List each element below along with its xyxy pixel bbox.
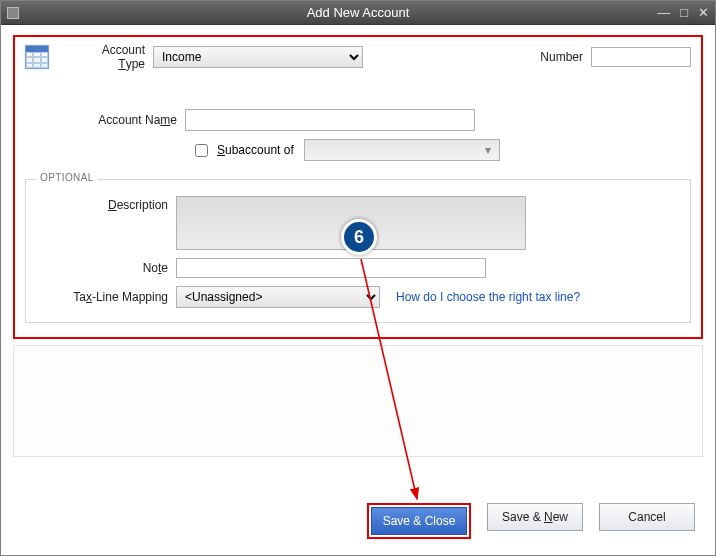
optional-group-label: OPTIONAL [36,172,98,183]
titlebar: Add New Account — □ ✕ [1,1,715,25]
number-input[interactable] [591,47,691,67]
taxline-label: Tax-Line Mapping [36,290,176,304]
subaccount-label: Subaccount of [217,143,294,157]
lower-panel [13,345,703,457]
annotation-highlight-main: Account Type Income Number Account Name … [13,35,703,339]
cancel-label: Cancel [628,510,665,524]
window-title: Add New Account [1,5,715,20]
close-button[interactable]: ✕ [698,5,709,20]
minimize-button[interactable]: — [657,5,670,20]
note-label: Note [36,261,176,275]
account-type-label: Account Type [73,43,153,71]
description-label: Description [36,196,176,212]
taxline-select[interactable]: <Unassigned> [176,286,380,308]
number-label: Number [540,50,591,64]
save-close-button[interactable]: Save & Close [371,507,467,535]
save-close-label: Save & Close [383,514,456,528]
maximize-button[interactable]: □ [680,5,688,20]
account-type-select[interactable]: Income [153,46,363,68]
window-icon [7,7,19,19]
account-name-input[interactable] [185,109,475,131]
account-table-icon [25,45,49,69]
cancel-button[interactable]: Cancel [599,503,695,531]
account-name-label: Account Name [25,113,185,127]
chevron-down-icon: ▾ [485,143,491,157]
save-new-button[interactable]: Save & New [487,503,583,531]
subaccount-checkbox[interactable] [195,144,208,157]
save-new-label: Save & New [502,510,568,524]
note-input[interactable] [176,258,486,278]
annotation-highlight-save-close: Save & Close [367,503,471,539]
taxline-help-link[interactable]: How do I choose the right tax line? [396,290,580,304]
subaccount-select[interactable]: ▾ [304,139,500,161]
annotation-step-badge: 6 [341,219,377,255]
